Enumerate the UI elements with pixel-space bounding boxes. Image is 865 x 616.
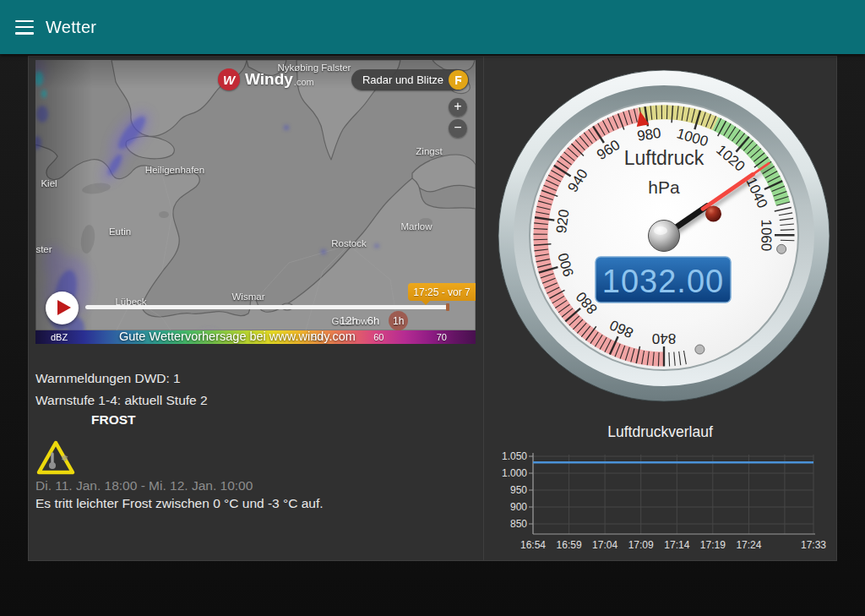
snowflake-icon: ❄ xyxy=(61,453,68,463)
svg-text:16:54: 16:54 xyxy=(520,539,546,551)
windy-brand-text: Windy xyxy=(245,70,293,89)
pressure-gauge: 8408608809009209409609801000102010401060… xyxy=(490,60,838,408)
weather-map-card: Nykøbing FalsterZingstKielHeiligenhafenE… xyxy=(28,56,483,561)
svg-text:17:33: 17:33 xyxy=(801,539,826,551)
windy-logo[interactable]: W Windy .com xyxy=(218,68,314,90)
svg-text:17:24: 17:24 xyxy=(736,539,761,551)
zoom-out-button[interactable]: − xyxy=(449,119,467,138)
play-button[interactable] xyxy=(46,292,79,324)
app-header: Wetter xyxy=(0,0,865,54)
svg-text:920: 920 xyxy=(553,209,573,235)
chart-title: Luftdruckverlauf xyxy=(484,423,836,441)
menu-icon[interactable] xyxy=(15,20,34,35)
frost-warning-icon: ❄ xyxy=(35,439,76,477)
map-city-label: ster xyxy=(35,244,52,254)
dbz-scale-tick: 50 xyxy=(312,332,322,342)
svg-text:hPa: hPa xyxy=(648,177,680,197)
svg-text:850: 850 xyxy=(510,518,527,530)
pressure-card: 8408608809009209409609801000102010401060… xyxy=(483,56,837,561)
time-range-button-12h[interactable]: 12h xyxy=(340,314,358,327)
map-city-label: Rostock xyxy=(331,238,367,248)
time-range-button-1h[interactable]: 1h xyxy=(389,311,408,330)
page-title: Wetter xyxy=(46,18,96,37)
svg-text:17:04: 17:04 xyxy=(592,539,617,551)
svg-text:1.050: 1.050 xyxy=(502,450,527,462)
warning-period: Di. 11. Jan. 18:00 - Mi. 12. Jan. 10:00 xyxy=(35,478,253,493)
svg-text:17:19: 17:19 xyxy=(700,539,726,551)
svg-text:17:14: 17:14 xyxy=(664,539,689,551)
svg-text:17:09: 17:09 xyxy=(628,539,654,551)
time-range-buttons: 12h6h1h xyxy=(340,311,408,330)
svg-text:840: 840 xyxy=(652,330,676,346)
windy-map[interactable]: Nykøbing FalsterZingstKielHeiligenhafenE… xyxy=(35,60,476,344)
lightning-icon: Ϝ xyxy=(449,70,468,90)
dbz-scale-tick: 60 xyxy=(373,332,384,342)
svg-text:1060: 1060 xyxy=(758,219,774,251)
windy-tld-text: .com xyxy=(294,77,314,87)
radar-layer-button[interactable]: Radar und Blitze Ϝ xyxy=(351,69,469,90)
pressure-history-chart: 1.050 1.000 950 900 850 16:5416:5917:041… xyxy=(501,446,835,558)
map-city-label: Heiligenhafen xyxy=(145,165,204,175)
dbz-scale-tick: 70 xyxy=(437,332,447,342)
dbz-color-scale: dBZ 506070 xyxy=(35,330,476,344)
map-city-label: Eutin xyxy=(109,226,131,237)
windy-logo-icon: W xyxy=(218,68,240,90)
timeline-slider[interactable] xyxy=(85,305,449,309)
svg-text:1032.00: 1032.00 xyxy=(602,264,724,299)
timeline-tooltip: 17:25 - vor 7 xyxy=(408,283,476,301)
map-city-label: Wismar xyxy=(232,292,265,302)
map-city-label: Kiel xyxy=(41,178,57,188)
map-city-label: Zingst xyxy=(416,146,442,156)
map-city-label: Marlow xyxy=(400,221,432,232)
warning-description: Es tritt leichter Frost zwischen 0 °C un… xyxy=(35,496,324,511)
svg-text:900: 900 xyxy=(510,501,527,513)
timeline-thumb[interactable] xyxy=(446,303,449,311)
svg-text:1.000: 1.000 xyxy=(502,467,527,479)
warning-event: FROST xyxy=(91,412,136,428)
svg-text:950: 950 xyxy=(510,484,527,496)
warning-level: Warnstufe 1-4: aktuell Stufe 2 xyxy=(35,393,208,408)
zoom-in-button[interactable]: + xyxy=(449,98,467,117)
warning-count: Warnmeldungen DWD: 1 xyxy=(35,371,181,386)
dbz-unit-label: dBZ xyxy=(51,332,68,342)
svg-text:Luftdruck: Luftdruck xyxy=(624,147,705,169)
play-icon xyxy=(57,300,71,315)
time-range-button-6h[interactable]: 6h xyxy=(367,314,379,327)
svg-text:16:59: 16:59 xyxy=(557,539,582,551)
